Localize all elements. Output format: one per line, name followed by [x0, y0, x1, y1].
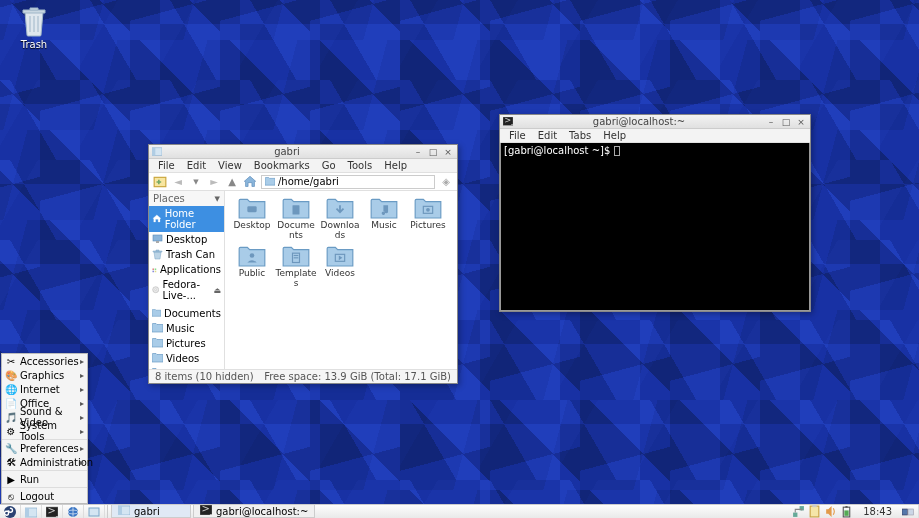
sidebar-applications[interactable]: Applications [149, 262, 224, 277]
file-manager-window: gabri – □ × File Edit View Bookmarks Go … [148, 144, 458, 384]
terminal-cursor [614, 146, 620, 156]
fm-status-left: 8 items (10 hidden) [155, 371, 254, 382]
minimize-button[interactable]: – [412, 147, 424, 157]
taskbar-terminal[interactable]: gabri@localhost:~ [193, 505, 315, 518]
sidebar-home-folder[interactable]: Home Folder [149, 206, 224, 232]
launcher-browser[interactable] [63, 505, 84, 518]
bookmark-toggle-icon[interactable]: ◈ [439, 175, 453, 189]
folder-documents[interactable]: Documents [275, 197, 317, 241]
maximize-button[interactable]: □ [427, 147, 439, 157]
menu-accessories[interactable]: ✂Accessories▸ [2, 354, 87, 368]
show-desktop-button[interactable] [84, 505, 105, 518]
terminal-window: gabri@localhost:~ – □ × File Edit Tabs H… [499, 114, 811, 312]
sidebar-desktop[interactable]: Desktop [149, 232, 224, 247]
fm-file-grid[interactable]: Desktop Documents Downloads Music Pictur… [225, 191, 457, 369]
menu-internet[interactable]: 🌐Internet▸ [2, 382, 87, 396]
svg-rect-33 [813, 505, 817, 507]
fm-menubar: File Edit View Bookmarks Go Tools Help [149, 159, 457, 173]
forward-button[interactable]: ► [207, 175, 221, 189]
workspace-switcher[interactable] [898, 505, 919, 518]
desktop-trash-icon[interactable]: Trash [14, 5, 54, 50]
path-input[interactable] [278, 176, 431, 187]
term-menubar: File Edit Tabs Help [500, 129, 810, 143]
close-button[interactable]: × [795, 117, 807, 127]
fm-menu-edit[interactable]: Edit [182, 159, 211, 172]
fm-menu-bookmarks[interactable]: Bookmarks [249, 159, 315, 172]
close-button[interactable]: × [442, 147, 454, 157]
fm-menu-file[interactable]: File [153, 159, 180, 172]
menu-preferences[interactable]: 🔧Preferences▸ [2, 441, 87, 455]
svg-point-20 [426, 208, 430, 212]
sidebar-fedora-live[interactable]: Fedora-Live-...⏏ [149, 277, 224, 303]
media-icon: 🎵 [6, 412, 16, 422]
clipboard-icon[interactable] [808, 505, 821, 518]
panel-spacer [316, 505, 788, 518]
fm-menu-help[interactable]: Help [379, 159, 412, 172]
chevron-down-icon[interactable]: ▼ [215, 195, 220, 203]
fm-menu-go[interactable]: Go [317, 159, 341, 172]
term-menu-tabs[interactable]: Tabs [564, 129, 596, 142]
launcher-file-manager[interactable] [21, 505, 42, 518]
svg-rect-17 [247, 206, 256, 212]
doc-icon: 📄 [6, 398, 16, 408]
svg-rect-35 [846, 506, 848, 508]
fm-title-icon [152, 147, 162, 157]
sidebar-music[interactable]: Music [149, 321, 224, 336]
globe-icon: 🌐 [6, 384, 16, 394]
terminal-content[interactable]: [gabri@localhost ~]$ [500, 143, 810, 311]
run-icon: ▶ [6, 474, 16, 484]
terminal-prompt: [gabri@localhost ~]$ [504, 145, 614, 156]
scissors-icon: ✂ [6, 356, 16, 366]
menu-logout[interactable]: ⎋Logout [2, 489, 87, 503]
gears-icon: ⚙ [6, 426, 16, 436]
sidebar-trash[interactable]: Trash Can [149, 247, 224, 262]
term-menu-edit[interactable]: Edit [533, 129, 562, 142]
folder-pictures[interactable]: Pictures [407, 197, 449, 241]
chevron-right-icon: ▸ [80, 427, 84, 436]
folder-videos[interactable]: Videos [319, 245, 361, 289]
folder-templates[interactable]: Templates [275, 245, 317, 289]
folder-music[interactable]: Music [363, 197, 405, 241]
up-button[interactable]: ▲ [225, 175, 239, 189]
menu-system-tools[interactable]: ⚙System Tools▸ [2, 424, 87, 438]
term-titlebar[interactable]: gabri@localhost:~ – □ × [500, 115, 810, 129]
fm-menu-view[interactable]: View [213, 159, 247, 172]
dropdown-history-icon[interactable]: ▼ [189, 175, 203, 189]
folder-desktop[interactable]: Desktop [231, 197, 273, 241]
home-button[interactable] [243, 175, 257, 189]
fm-titlebar[interactable]: gabri – □ × [149, 145, 457, 159]
fm-menu-tools[interactable]: Tools [343, 159, 378, 172]
sidebar-documents[interactable]: Documents [149, 306, 224, 321]
start-button[interactable] [0, 505, 21, 518]
pref-icon: 🔧 [6, 443, 16, 453]
menu-graphics[interactable]: 🎨Graphics▸ [2, 368, 87, 382]
chevron-right-icon: ▸ [80, 458, 84, 467]
term-menu-help[interactable]: Help [598, 129, 631, 142]
sidebar-videos[interactable]: Videos [149, 351, 224, 366]
svg-rect-29 [89, 508, 99, 516]
menu-run[interactable]: ▶Run [2, 472, 87, 486]
chevron-right-icon: ▸ [80, 371, 84, 380]
launcher-terminal[interactable] [42, 505, 63, 518]
panel-separator [107, 505, 108, 518]
menu-administration[interactable]: 🛠Administration▸ [2, 455, 87, 469]
panel-clock[interactable]: 18:43 [857, 505, 898, 518]
svg-rect-30 [793, 513, 797, 517]
folder-public[interactable]: Public [231, 245, 273, 289]
admin-icon: 🛠 [6, 457, 16, 467]
taskbar-gabri[interactable]: gabri [111, 505, 191, 518]
battery-icon[interactable] [840, 505, 853, 518]
folder-downloads[interactable]: Downloads [319, 197, 361, 241]
network-icon[interactable] [792, 505, 805, 518]
system-tray [788, 505, 857, 518]
maximize-button[interactable]: □ [780, 117, 792, 127]
start-menu: ✂Accessories▸ 🎨Graphics▸ 🌐Internet▸ 📄Off… [1, 353, 88, 504]
term-menu-file[interactable]: File [504, 129, 531, 142]
volume-icon[interactable] [824, 505, 837, 518]
fm-toolbar: ◄ ▼ ► ▲ ◈ [149, 173, 457, 191]
sidebar-pictures[interactable]: Pictures [149, 336, 224, 351]
new-tab-icon[interactable] [153, 175, 167, 189]
minimize-button[interactable]: – [765, 117, 777, 127]
eject-icon[interactable]: ⏏ [213, 286, 221, 295]
back-button[interactable]: ◄ [171, 175, 185, 189]
